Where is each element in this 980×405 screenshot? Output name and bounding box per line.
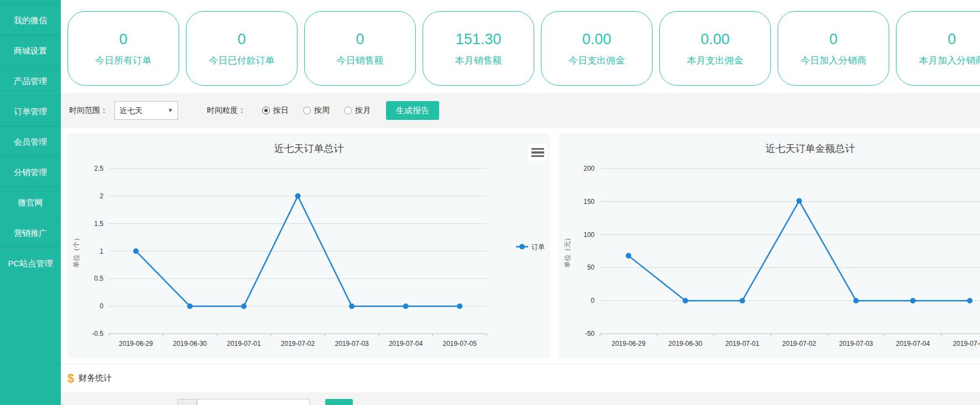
svg-text:近七天订单总计: 近七天订单总计: [274, 143, 344, 154]
finance-date-input[interactable]: [197, 399, 310, 405]
legend-订单[interactable]: 订单: [516, 243, 545, 251]
y-axis-name: 单位（元）: [564, 235, 571, 268]
stat-label: 今日支出佣金: [569, 54, 625, 67]
svg-text:2019-06-30: 2019-06-30: [669, 340, 703, 348]
sidebar-item-shop-settings[interactable]: 商城设置: [0, 35, 61, 65]
stat-card-today-orders: 0 今日所有订单: [67, 11, 179, 86]
sidebar-item-micro-site[interactable]: 微官网: [0, 187, 61, 217]
order-amount-chart-panel: -500501001502002019-06-292019-06-302019-…: [559, 133, 980, 358]
radio-by-week[interactable]: 按周: [303, 106, 330, 115]
stat-card-today-commission: 0.00 今日支出佣金: [541, 11, 653, 86]
stat-value: 0.00: [582, 30, 612, 49]
stat-label: 今日所有订单: [95, 54, 152, 67]
stat-value: 0.00: [701, 30, 730, 49]
sidebar-item-distribution[interactable]: 分销管理: [0, 156, 61, 187]
radio-icon: [344, 107, 352, 114]
svg-text:2019-07-05: 2019-07-05: [953, 340, 980, 348]
chevron-down-icon: ▼: [168, 102, 173, 119]
chart-toolbox-dataview-icon[interactable]: [528, 144, 547, 161]
svg-text:近七天订单金额总计: 近七天订单金额总计: [765, 143, 855, 154]
time-range-value: 近七天: [119, 106, 143, 115]
radio-by-month[interactable]: 按月: [344, 106, 371, 115]
svg-text:1: 1: [100, 248, 103, 255]
radio-label: 按日: [273, 106, 289, 115]
stat-value: 151.30: [456, 30, 502, 49]
svg-text:2019-07-02: 2019-07-02: [782, 340, 816, 348]
sidebar-menu: 我的微信 商城设置 产品管理 订单管理 会员管理 分销管理 微官网 营销推广 P…: [0, 4, 61, 278]
time-range-label: 时间范围：: [69, 106, 108, 115]
orders-line-chart: -0.500.511.522.52019-06-292019-06-302019…: [67, 133, 550, 358]
granularity-label: 时间粒度：: [207, 106, 246, 115]
charts-section: -0.500.511.522.52019-06-292019-06-302019…: [61, 128, 980, 364]
svg-text:50: 50: [587, 264, 595, 271]
order-amount-line-chart: -500501001502002019-06-292019-06-302019-…: [559, 133, 980, 358]
stat-card-today-distributors: 0 今日加入分销商: [778, 11, 889, 86]
finance-filter-bar: [61, 392, 980, 405]
finance-section-header: $ 财务统计: [61, 364, 980, 392]
stat-card-month-commission: 0.00 本月支出佣金: [659, 11, 771, 86]
main-content: 0 今日所有订单 0 今日已付款订单 0 今日销售额 151.30 本月销售额 …: [61, 0, 980, 405]
sidebar-item-wechat[interactable]: 我的微信: [0, 4, 61, 35]
svg-text:150: 150: [583, 198, 595, 206]
svg-text:订单: 订单: [531, 243, 545, 251]
sidebar: 我的微信 商城设置 产品管理 订单管理 会员管理 分销管理 微官网 营销推广 P…: [0, 0, 61, 405]
sidebar-item-pc-site[interactable]: PC站点管理: [0, 248, 61, 278]
stat-card-month-distributors: 0 本月加入分销商: [896, 11, 980, 86]
svg-text:2019-07-01: 2019-07-01: [725, 340, 759, 348]
y-axis-name: 单位（个）: [72, 235, 80, 268]
svg-text:200: 200: [583, 165, 595, 172]
stat-card-today-paid-orders: 0 今日已付款订单: [186, 11, 298, 86]
calendar-addon-box: [178, 399, 197, 405]
finance-search-button[interactable]: [325, 399, 353, 405]
svg-text:2.5: 2.5: [94, 165, 103, 172]
stat-label: 今日已付款订单: [209, 54, 275, 67]
svg-text:0: 0: [591, 297, 595, 304]
svg-text:2019-06-29: 2019-06-29: [119, 340, 153, 348]
svg-text:-50: -50: [585, 330, 595, 338]
svg-text:0.5: 0.5: [94, 275, 103, 282]
svg-text:100: 100: [583, 231, 595, 239]
stat-label: 本月销售额: [455, 54, 502, 67]
radio-label: 按周: [314, 106, 330, 115]
sidebar-item-members[interactable]: 会员管理: [0, 126, 61, 156]
stat-label: 今日加入分销商: [801, 54, 867, 67]
stat-value: 0: [237, 30, 246, 49]
svg-text:2019-07-04: 2019-07-04: [389, 340, 423, 348]
stat-value: 0: [356, 30, 364, 49]
svg-text:2019-06-30: 2019-06-30: [173, 340, 207, 348]
generate-report-button[interactable]: 生成报告: [386, 101, 439, 120]
stat-value: 0: [947, 30, 956, 49]
stat-cards-section: 0 今日所有订单 0 今日已付款订单 0 今日销售额 151.30 本月销售额 …: [61, 0, 980, 93]
stat-label: 本月加入分销商: [919, 54, 980, 67]
stat-card-today-sales: 0 今日销售额: [304, 11, 416, 86]
radio-icon: [303, 107, 311, 114]
svg-text:2019-07-02: 2019-07-02: [281, 340, 315, 348]
svg-text:2019-06-29: 2019-06-29: [612, 340, 646, 348]
svg-text:-0.5: -0.5: [92, 330, 103, 338]
stat-label: 今日销售额: [337, 54, 384, 67]
svg-text:2019-07-03: 2019-07-03: [335, 340, 369, 348]
sidebar-item-marketing[interactable]: 营销推广: [0, 217, 61, 248]
svg-text:2: 2: [100, 192, 103, 200]
stat-value: 0: [829, 30, 837, 49]
svg-text:1.5: 1.5: [94, 220, 103, 228]
svg-text:2019-07-04: 2019-07-04: [896, 340, 930, 348]
stat-value: 0: [119, 30, 127, 49]
stat-label: 本月支出佣金: [687, 54, 743, 67]
sidebar-item-orders[interactable]: 订单管理: [0, 96, 61, 126]
time-range-select[interactable]: 近七天 ▼: [114, 101, 178, 120]
radio-by-day[interactable]: 按日: [262, 106, 289, 115]
svg-text:2019-07-01: 2019-07-01: [227, 340, 261, 348]
sidebar-item-products[interactable]: 产品管理: [0, 65, 61, 96]
radio-icon: [262, 107, 270, 114]
svg-text:0: 0: [100, 302, 103, 310]
filter-bar: 时间范围： 近七天 ▼ 时间粒度： 按日 按周 按月 生成报告: [61, 93, 980, 128]
svg-text:2019-07-03: 2019-07-03: [839, 340, 873, 348]
stat-cards-row: 0 今日所有订单 0 今日已付款订单 0 今日销售额 151.30 本月销售额 …: [67, 11, 980, 86]
dollar-icon: $: [67, 371, 74, 386]
stat-card-month-sales: 151.30 本月销售额: [423, 11, 534, 86]
finance-title: 财务统计: [79, 373, 112, 383]
svg-text:2019-07-05: 2019-07-05: [443, 340, 477, 348]
orders-chart-panel: -0.500.511.522.52019-06-292019-06-302019…: [67, 133, 550, 358]
radio-label: 按月: [355, 106, 371, 115]
